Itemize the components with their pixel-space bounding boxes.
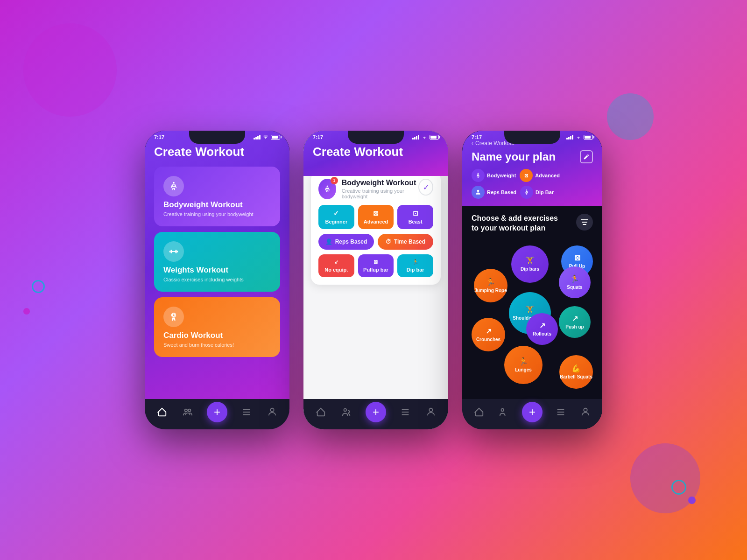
filter-icon[interactable] (576, 214, 593, 231)
svg-point-8 (172, 314, 175, 317)
reps-based-btn[interactable]: 👤 Reps Based (318, 234, 374, 250)
page-title-2: Create Workout (313, 140, 439, 167)
crounches-icon: ↗ (486, 327, 492, 336)
no-equip-btn[interactable]: ↙ No equip. (318, 254, 354, 277)
squats-icon: 🏃 (570, 274, 579, 283)
wifi-icon-3 (575, 135, 582, 140)
name-plan-title: Name your plan (472, 150, 556, 163)
bodyweight-title: Bodyweight Workout (163, 200, 271, 210)
tags-row: Bodyweight ⊠ Advanced (472, 169, 593, 199)
nav-add-3[interactable]: + (522, 402, 543, 422)
nav-community-2[interactable] (340, 406, 353, 419)
beginner-label: Beginner (325, 219, 347, 224)
nav-workout-2[interactable] (314, 406, 327, 419)
bubble-push-up[interactable]: ↗ Push up (559, 306, 591, 338)
svg-point-22 (526, 189, 527, 190)
exercises-title: Choose & add exercisesto your workout pl… (472, 214, 558, 233)
time-based-btn[interactable]: ⏱ Time Based (378, 234, 433, 250)
bubble-jumping-rope[interactable]: 🏃 Jumping Rope (474, 269, 507, 302)
selected-card-title: Bodyweight Workout (342, 179, 419, 187)
badge-count: 1 (331, 177, 338, 184)
battery-3 (584, 135, 593, 140)
wifi-icon-2 (421, 135, 428, 140)
tag-dipbar-label: Dip Bar (536, 189, 554, 195)
bottom-nav-2: + (303, 399, 448, 429)
no-equip-label: No equip. (324, 267, 348, 273)
cardio-card[interactable]: Cardio Workout Sweet and burn those calo… (154, 297, 280, 357)
level-options: ✓ Beginner ⊠ Advanced ⊡ Beast (318, 205, 433, 229)
nav-explore-2[interactable] (399, 406, 412, 419)
bodyweight-subtitle: Creative training using your bodyweight (163, 211, 271, 217)
pullup-btn[interactable]: ⊠ Pullup bar (358, 254, 394, 277)
tag-bodyweight[interactable]: Bodyweight (472, 169, 516, 182)
signal-2 (412, 135, 419, 140)
crounches-label: Crounches (476, 337, 500, 343)
no-equip-icon: ↙ (334, 259, 338, 265)
workout-type-toggle: 👤 Reps Based ⏱ Time Based (318, 234, 433, 250)
jumping-rope-icon: 🏃 (486, 278, 495, 287)
nav-add-2[interactable]: + (366, 402, 386, 422)
nav-workout-3[interactable] (472, 406, 486, 419)
svg-point-26 (501, 408, 504, 411)
nav-profile-3[interactable] (579, 406, 592, 419)
back-chevron-icon: ‹ (472, 140, 473, 147)
time-label: Time Based (394, 238, 425, 245)
nav-community-1[interactable] (181, 406, 194, 419)
cardio-icon (163, 307, 184, 327)
rollouts-label: Rollouts (533, 331, 551, 337)
reps-label: Reps Based (335, 238, 367, 245)
tag-advanced[interactable]: ⊠ Advanced (520, 169, 560, 182)
bubble-rollouts[interactable]: ↗ Rollouts (526, 313, 558, 345)
check-button[interactable]: ✓ (418, 179, 433, 196)
nav-explore-1[interactable] (240, 406, 253, 419)
tag-dipbar[interactable]: Dip Bar (520, 186, 554, 199)
reps-icon: 👤 (325, 238, 332, 245)
tag-bodyweight-label: Bodyweight (487, 173, 516, 178)
push-up-icon: ↗ (572, 314, 578, 323)
battery-2 (430, 135, 439, 140)
bubble-squats[interactable]: 🏃 Squats (559, 266, 591, 298)
svg-point-11 (270, 408, 274, 411)
edit-icon[interactable] (580, 150, 593, 163)
tag-dipbar-icon (520, 186, 533, 199)
tag-reps-label: Reps Based (487, 189, 516, 195)
svg-rect-24 (582, 222, 587, 223)
svg-point-12 (326, 186, 328, 187)
squats-label: Squats (567, 285, 582, 290)
selected-card-subtitle: Creative training using your bodyweight (342, 188, 419, 199)
shoulder-press-icon: 🏋 (525, 305, 535, 314)
nav-workout-1[interactable] (155, 406, 169, 419)
advanced-label: Advanced (364, 219, 388, 224)
wifi-icon-1 (262, 135, 269, 140)
svg-rect-4 (176, 251, 178, 252)
phones-container: 7:17 (145, 131, 602, 429)
name-plan-header: Name your plan (472, 150, 593, 163)
tag-reps[interactable]: Reps Based (472, 186, 516, 199)
jumping-rope-label: Jumping Rope (474, 288, 507, 294)
battery-1 (271, 135, 280, 140)
dip-btn[interactable]: 🏃 Dip bar (397, 254, 433, 277)
bubble-lunges[interactable]: 🏃 Lunges (504, 346, 543, 384)
nav-add-1[interactable]: + (207, 402, 227, 422)
bubble-crounches[interactable]: ↗ Crounches (472, 318, 505, 351)
bubble-barbell-squats[interactable]: 💪 Barbell Squats (559, 355, 593, 389)
nav-profile-1[interactable] (266, 406, 279, 419)
bubble-dip-bars[interactable]: 🏋 Dip bars (511, 245, 549, 283)
time-1: 7:17 (154, 134, 164, 140)
dip-bars-icon: 🏋 (525, 256, 535, 265)
option-beast[interactable]: ⊡ Beast (397, 205, 433, 229)
beginner-icon: ✓ (333, 210, 339, 217)
bodyweight-card[interactable]: Bodyweight Workout Creative training usi… (154, 167, 280, 226)
svg-point-7 (175, 251, 176, 252)
nav-community-3[interactable] (497, 406, 510, 419)
option-advanced[interactable]: ⊠ Advanced (358, 205, 394, 229)
exercises-section: Choose & add exercisesto your workout pl… (462, 206, 602, 398)
cardio-title: Cardio Workout (163, 331, 271, 340)
nav-profile-2[interactable] (424, 406, 437, 419)
page-title-1: Create Workout (154, 140, 280, 167)
nav-explore-3[interactable] (554, 406, 567, 419)
signal-1 (254, 135, 261, 140)
weights-card[interactable]: Weights Workout Classic exercises includ… (154, 232, 280, 292)
pullup-label: Pullup bar (363, 267, 388, 273)
option-beginner[interactable]: ✓ Beginner (318, 205, 354, 229)
